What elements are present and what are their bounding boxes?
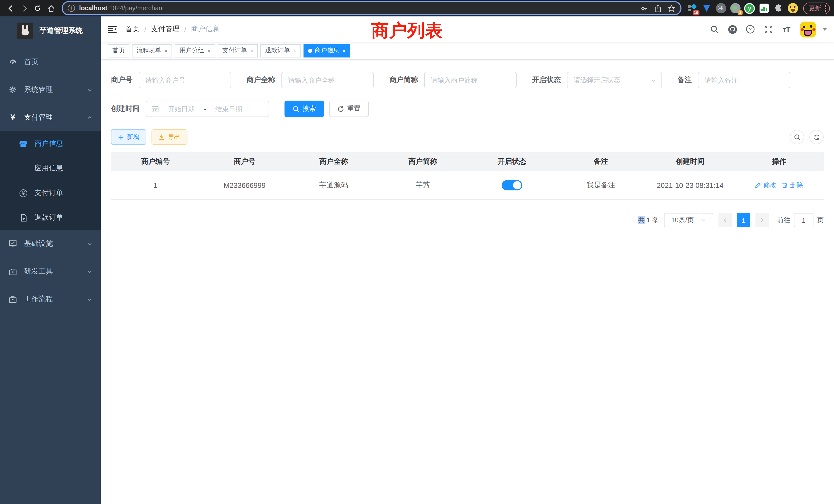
sidebar-item-pay-order[interactable]: ¥ 支付订单 (0, 181, 101, 205)
merchant-no-input[interactable] (139, 72, 231, 88)
refresh-button[interactable] (809, 130, 824, 144)
sidebar-item-infra[interactable]: 基础设施 (0, 230, 101, 258)
tab-refund-order[interactable]: 退款订单× (261, 44, 301, 57)
extension-gem-icon[interactable] (701, 3, 712, 14)
document-icon (19, 214, 28, 222)
sidebar-item-merchant-info[interactable]: 商户信息 (0, 131, 101, 156)
tab-user-group[interactable]: 用户分组× (175, 44, 215, 57)
sidebar-item-devtools[interactable]: 研发工具 (0, 258, 101, 285)
sidebar-item-workflow[interactable]: 工作流程 (0, 285, 101, 313)
col-merchant-no: 商户号 (200, 153, 289, 171)
tab-process-form[interactable]: 流程表单× (132, 44, 172, 57)
sidebar-item-refund-order[interactable]: 退款订单 (0, 205, 101, 230)
dashboard-icon (9, 58, 17, 66)
short-name-label: 商户简称 (389, 75, 418, 85)
url-text[interactable]: localhost:1024/pay/merchant (79, 5, 634, 12)
reset-button[interactable]: 重置 (329, 100, 369, 117)
export-button[interactable]: 导出 (152, 129, 188, 145)
address-bar[interactable]: i localhost:1024/pay/merchant (63, 2, 680, 14)
chevron-down-icon (651, 77, 656, 83)
breadcrumb-current: 商户信息 (191, 25, 220, 34)
goto-page-input[interactable] (794, 213, 813, 227)
extension-badge: 1 (738, 10, 743, 15)
site-info-icon[interactable]: i (68, 5, 75, 12)
sidebar-item-system[interactable]: 系统管理 (0, 76, 101, 104)
browser-home-button[interactable] (44, 2, 58, 15)
password-key-icon[interactable] (640, 4, 648, 12)
next-page-button[interactable] (755, 213, 769, 227)
avatar-caret-icon[interactable] (823, 28, 827, 30)
sidebar-item-home[interactable]: 首页 (0, 48, 101, 76)
active-dot-icon (308, 48, 312, 53)
fullscreen-icon[interactable] (762, 23, 774, 36)
tabs-bars-icon (688, 5, 691, 12)
app-title: 芋道管理系统 (40, 26, 83, 36)
close-icon[interactable]: × (250, 47, 254, 54)
create-time-range-picker[interactable]: - (146, 100, 269, 117)
extensions-puzzle-icon[interactable] (773, 3, 784, 14)
goto-label: 前往 (777, 215, 790, 225)
briefcase-icon (9, 295, 17, 303)
breadcrumb-home[interactable]: 首页 (125, 25, 140, 34)
status-select[interactable]: 请选择开启状态 (567, 72, 662, 88)
page-number-1[interactable]: 1 (737, 213, 750, 227)
tags-view-bar: 首页 流程表单× 用户分组× 支付订单× 退款订单× 商户信息× (101, 42, 834, 60)
extension-y-icon[interactable]: y (744, 3, 755, 14)
bookmark-star-icon[interactable] (667, 4, 675, 12)
tab-home[interactable]: 首页 (108, 44, 129, 57)
breadcrumb-payment[interactable]: 支付管理 (151, 25, 180, 34)
sidebar-item-payment[interactable]: ¥ 支付管理 (0, 104, 101, 131)
screen: i localhost:1024/pay/merchant 10 ⌘ (0, 0, 834, 504)
extension-recorder-icon[interactable]: 1 (730, 3, 741, 14)
share-icon[interactable] (654, 4, 661, 12)
close-icon[interactable]: × (343, 47, 346, 54)
extension-tabs-icon[interactable]: 10 (687, 3, 697, 14)
browser-reload-button[interactable] (31, 2, 44, 15)
tab-merchant-info[interactable]: 商户信息× (304, 44, 351, 57)
payment-submenu: 商户信息 应用信息 ¥ 支付订单 退款订单 (0, 131, 101, 230)
app-logo[interactable]: 芋道管理系统 (0, 17, 101, 44)
toggle-search-button[interactable] (790, 130, 804, 144)
browser-forward-button[interactable] (18, 2, 31, 15)
col-full-name: 商户全称 (289, 153, 378, 171)
browser-back-button[interactable] (4, 2, 18, 15)
start-date-input[interactable] (162, 105, 201, 113)
edit-link[interactable]: 修改 (755, 181, 777, 190)
search-icon[interactable] (708, 23, 721, 36)
chevron-down-icon (701, 217, 706, 223)
short-name-input[interactable] (424, 72, 517, 88)
browser-update-button[interactable]: 更新 (803, 2, 830, 14)
yen-icon: ¥ (9, 113, 17, 122)
close-icon[interactable]: × (293, 47, 296, 54)
prev-page-button[interactable] (719, 213, 732, 227)
cell-remark: 我是备注 (556, 171, 645, 199)
add-button[interactable]: 新增 (111, 129, 146, 145)
status-toggle[interactable] (502, 180, 522, 190)
sidebar: 芋道管理系统 首页 系统管理 (0, 17, 101, 504)
close-icon[interactable]: × (207, 47, 211, 54)
end-date-input[interactable] (209, 105, 248, 113)
full-name-label: 商户全称 (246, 75, 275, 85)
profile-avatar-icon[interactable] (787, 3, 798, 14)
sidebar-collapse-icon[interactable] (108, 25, 117, 33)
cell-full-name: 芋道源码 (289, 171, 378, 199)
font-size-icon[interactable]: тT (780, 23, 792, 36)
page-unit-label: 页 (817, 215, 824, 225)
search-button[interactable]: 搜索 (285, 100, 324, 117)
table-header: 商户编号 商户号 商户全称 商户简称 开启状态 备注 创建时间 操作 (111, 153, 824, 171)
delete-link[interactable]: 删除 (782, 181, 804, 190)
help-icon[interactable]: ? (744, 23, 756, 36)
tab-pay-order[interactable]: 支付订单× (218, 44, 258, 57)
close-icon[interactable]: × (164, 47, 168, 54)
browser-menu-icon[interactable] (825, 5, 826, 12)
extension-badge: 10 (693, 10, 699, 15)
remark-input[interactable] (698, 72, 790, 88)
extension-chart-icon[interactable] (759, 3, 769, 14)
page-size-select[interactable]: 10条/页 (664, 213, 713, 227)
user-avatar[interactable] (800, 21, 816, 37)
monitor-check-icon (9, 240, 17, 248)
full-name-input[interactable] (281, 72, 374, 88)
sidebar-item-app-info[interactable]: 应用信息 (0, 156, 101, 181)
github-icon[interactable] (726, 23, 739, 36)
extension-command-icon[interactable]: ⌘ (716, 3, 726, 14)
